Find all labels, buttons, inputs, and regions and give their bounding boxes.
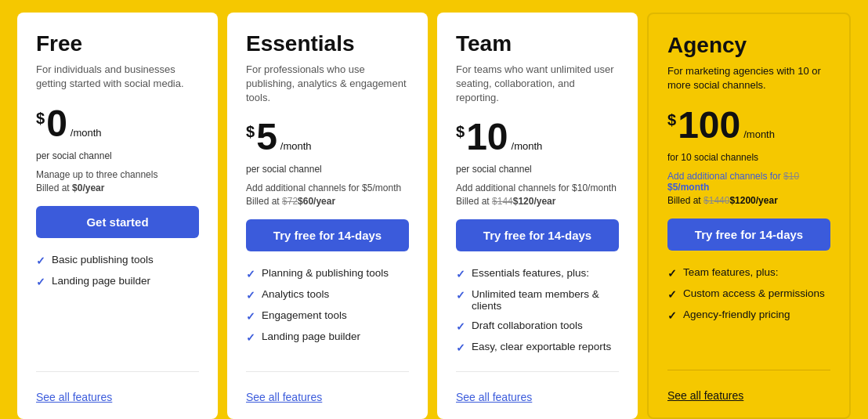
features-list-free: ✓Basic publishing tools✓Landing page bui… bbox=[36, 254, 199, 362]
price-dollar-free: $ bbox=[36, 110, 45, 128]
price-block-essentials: $5/month bbox=[246, 118, 409, 159]
per-channel-essentials: per social channel bbox=[246, 164, 409, 175]
price-period-essentials: /month bbox=[280, 140, 312, 152]
feature-item-team-2: ✓Draft collaboration tools bbox=[456, 320, 619, 333]
feature-text-agency-2: Agency-friendly pricing bbox=[683, 309, 790, 320]
check-icon-free-1: ✓ bbox=[36, 276, 45, 288]
price-dollar-essentials: $ bbox=[246, 123, 255, 141]
plan-card-essentials: EssentialsFor professionals who use publ… bbox=[227, 13, 428, 419]
feature-item-agency-0: ✓Team features, plus: bbox=[667, 266, 830, 280]
feature-text-agency-0: Team features, plus: bbox=[683, 266, 779, 278]
plan-name-agency: Agency bbox=[667, 33, 830, 58]
feature-item-essentials-0: ✓Planning & publishing tools bbox=[246, 267, 409, 280]
price-amount-free: 0 bbox=[46, 105, 67, 143]
plan-desc-free: For individuals and businesses getting s… bbox=[36, 63, 199, 92]
check-icon-free-0: ✓ bbox=[36, 255, 45, 267]
plan-card-free: FreeFor individuals and businesses getti… bbox=[17, 13, 218, 419]
plan-name-free: Free bbox=[36, 31, 199, 56]
price-amount-essentials: 5 bbox=[256, 118, 277, 156]
check-icon-team-2: ✓ bbox=[456, 320, 465, 333]
feature-text-agency-1: Custom access & permissions bbox=[683, 287, 825, 299]
feature-text-team-3: Easy, clear exportable reports bbox=[472, 341, 611, 352]
see-all-features-team[interactable]: See all features bbox=[456, 380, 619, 403]
check-icon-essentials-1: ✓ bbox=[246, 289, 255, 302]
price-period-team: /month bbox=[512, 140, 543, 152]
per-channel-agency: for 10 social channels bbox=[667, 152, 830, 163]
divider-essentials bbox=[246, 371, 409, 372]
see-all-features-free[interactable]: See all features bbox=[36, 380, 199, 403]
price-amount-agency: 100 bbox=[678, 107, 740, 144]
billing-note-agency: Billed at $1440$1200/year bbox=[667, 195, 830, 206]
divider-free bbox=[36, 371, 199, 372]
pricing-container: FreeFor individuals and businesses getti… bbox=[13, 13, 855, 419]
feature-item-team-1: ✓Unlimited team members & clients bbox=[456, 288, 619, 312]
per-channel-free: per social channel bbox=[36, 150, 199, 161]
features-list-team: ✓Essentials features, plus:✓Unlimited te… bbox=[456, 267, 619, 362]
feature-item-essentials-1: ✓Analytics tools bbox=[246, 288, 409, 302]
feature-text-team-0: Essentials features, plus: bbox=[472, 267, 589, 279]
feature-text-essentials-1: Analytics tools bbox=[262, 288, 329, 300]
feature-item-essentials-3: ✓Landing page builder bbox=[246, 331, 409, 344]
price-amount-team: 10 bbox=[466, 118, 508, 156]
check-icon-team-1: ✓ bbox=[456, 289, 465, 302]
plan-card-agency: AgencyFor marketing agencies with 10 or … bbox=[647, 13, 851, 419]
feature-text-essentials-2: Engagement tools bbox=[262, 309, 347, 321]
price-period-agency: /month bbox=[743, 128, 775, 140]
feature-item-agency-1: ✓Custom access & permissions bbox=[667, 287, 830, 301]
price-block-agency: $100/month bbox=[667, 107, 830, 147]
price-dollar-agency: $ bbox=[667, 111, 676, 129]
check-icon-essentials-2: ✓ bbox=[246, 310, 255, 323]
check-icon-team-3: ✓ bbox=[456, 341, 465, 354]
see-all-features-agency[interactable]: See all features bbox=[667, 378, 830, 402]
features-list-essentials: ✓Planning & publishing tools✓Analytics t… bbox=[246, 267, 409, 362]
addl-channels-essentials: Add additional channels for $5/month bbox=[246, 182, 409, 193]
price-row-free: $0/month bbox=[36, 105, 199, 143]
feature-text-team-1: Unlimited team members & clients bbox=[472, 288, 619, 312]
check-icon-agency-1: ✓ bbox=[667, 288, 677, 301]
plan-desc-essentials: For professionals who use publishing, an… bbox=[246, 63, 409, 106]
feature-text-team-2: Draft collaboration tools bbox=[472, 320, 583, 331]
price-row-essentials: $5/month bbox=[246, 118, 409, 156]
see-all-features-essentials[interactable]: See all features bbox=[246, 380, 409, 403]
plan-name-essentials: Essentials bbox=[246, 31, 409, 56]
feature-item-essentials-2: ✓Engagement tools bbox=[246, 309, 409, 323]
addl-channels-agency: Add additional channels for $10 $5/month bbox=[667, 171, 830, 193]
addl-channels-team: Add additional channels for $10/month bbox=[456, 182, 619, 193]
addl-channels-free: Manage up to three channels bbox=[36, 169, 199, 180]
feature-item-team-0: ✓Essentials features, plus: bbox=[456, 267, 619, 280]
cta-button-agency[interactable]: Try free for 14-days bbox=[667, 219, 830, 251]
feature-item-team-3: ✓Easy, clear exportable reports bbox=[456, 341, 619, 354]
price-period-free: /month bbox=[71, 127, 102, 139]
billing-note-free: Billed at $0/year bbox=[36, 182, 199, 193]
feature-text-essentials-3: Landing page builder bbox=[262, 331, 360, 342]
plan-desc-team: For teams who want unlimited user seatin… bbox=[456, 63, 619, 106]
check-icon-team-0: ✓ bbox=[456, 268, 465, 280]
feature-text-free-0: Basic publishing tools bbox=[52, 254, 154, 265]
price-block-team: $10/month bbox=[456, 118, 619, 159]
feature-item-agency-2: ✓Agency-friendly pricing bbox=[667, 309, 830, 322]
price-dollar-team: $ bbox=[456, 123, 465, 141]
per-channel-team: per social channel bbox=[456, 164, 619, 175]
plan-card-team: TeamFor teams who want unlimited user se… bbox=[437, 13, 638, 419]
check-icon-essentials-3: ✓ bbox=[246, 331, 255, 344]
plan-name-team: Team bbox=[456, 31, 619, 56]
cta-button-essentials[interactable]: Try free for 14-days bbox=[246, 219, 409, 251]
cta-button-free[interactable]: Get started bbox=[36, 206, 199, 238]
features-list-agency: ✓Team features, plus:✓Custom access & pe… bbox=[667, 266, 830, 360]
divider-team bbox=[456, 371, 619, 372]
feature-text-free-1: Landing page builder bbox=[52, 275, 150, 287]
billing-note-essentials: Billed at $72$60/year bbox=[246, 196, 409, 207]
check-icon-agency-2: ✓ bbox=[667, 309, 677, 322]
billing-note-team: Billed at $144$120/year bbox=[456, 196, 619, 207]
feature-item-free-0: ✓Basic publishing tools bbox=[36, 254, 199, 267]
price-row-team: $10/month bbox=[456, 118, 619, 156]
feature-text-essentials-0: Planning & publishing tools bbox=[262, 267, 389, 279]
price-row-agency: $100/month bbox=[667, 107, 830, 144]
divider-agency bbox=[667, 370, 830, 370]
check-icon-agency-0: ✓ bbox=[667, 267, 677, 280]
plan-desc-agency: For marketing agencies with 10 or more s… bbox=[667, 64, 830, 94]
price-block-free: $0/month bbox=[36, 105, 199, 146]
cta-button-team[interactable]: Try free for 14-days bbox=[456, 219, 619, 251]
check-icon-essentials-0: ✓ bbox=[246, 268, 255, 280]
feature-item-free-1: ✓Landing page builder bbox=[36, 275, 199, 288]
